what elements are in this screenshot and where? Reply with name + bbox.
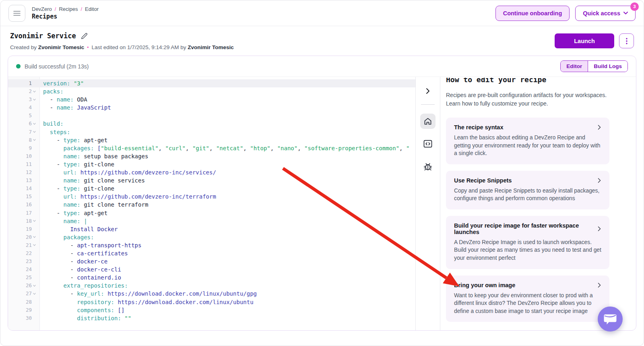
code-line[interactable]: 23 - docker-ce: [8, 257, 415, 265]
line-number: 17: [8, 209, 39, 217]
quick-access-button[interactable]: Quick access 3: [575, 6, 636, 21]
code-text: components: []: [39, 306, 415, 314]
help-card[interactable]: Use Recipe SnippetsCopy and paste Recipe…: [446, 171, 609, 209]
fold-toggle[interactable]: [32, 292, 37, 296]
tab-editor[interactable]: Editor: [561, 61, 588, 72]
code-line[interactable]: 9 packages: ["build-essential", "curl", …: [8, 144, 415, 152]
code-text: name: setup base packages: [39, 152, 415, 160]
launch-button[interactable]: Launch: [555, 33, 614, 48]
fold-toggle[interactable]: [32, 243, 37, 247]
code-line[interactable]: 6build:: [8, 120, 415, 128]
line-number: 11: [8, 160, 39, 168]
code-line[interactable]: 5: [8, 112, 415, 120]
help-panel: How to edit your recipe Recipes are pre-…: [440, 77, 636, 330]
line-number: 25: [8, 273, 39, 282]
code-line[interactable]: 8 - type: apt-get: [8, 136, 415, 144]
code-line[interactable]: 20 packages:: [8, 233, 415, 241]
continue-onboarding-button[interactable]: Continue onboarding: [495, 6, 570, 21]
breadcrumb-item[interactable]: Editor: [85, 6, 99, 12]
breadcrumb: DevZero/Recipes/Editor: [32, 6, 99, 12]
help-home-tab-button[interactable]: [420, 114, 436, 129]
code-line[interactable]: 26 extra_repositories:: [8, 282, 415, 290]
page-title: Recipes: [32, 13, 99, 20]
code-line[interactable]: 18 name: |: [8, 217, 415, 225]
collapse-panel-button[interactable]: [422, 85, 434, 97]
meta-dot-separator: •: [87, 45, 89, 50]
help-card[interactable]: Bring your own imageWant to keep your de…: [446, 276, 609, 322]
app-window: DevZero/Recipes/Editor Recipes Continue …: [0, 0, 644, 346]
editor-card: Build successful (2m 13s) Editor Build L…: [8, 56, 636, 331]
code-text: Install Docker: [39, 225, 415, 233]
code-line[interactable]: 3 - name: ODA: [8, 95, 415, 104]
code-line[interactable]: 15 url: https://github.com/devzero-inc/t…: [8, 193, 415, 201]
code-text: packages: ["build-essential", "curl", "g…: [39, 144, 415, 152]
line-number: 27: [8, 290, 39, 298]
code-line[interactable]: 16 name: git clone terraform: [8, 201, 415, 209]
help-card[interactable]: Build your recipe image for faster works…: [446, 216, 609, 269]
help-card-description: Copy and paste Recipe Snippets to easily…: [454, 187, 602, 203]
help-card-description: Learn the basics about editing a DevZero…: [454, 134, 602, 157]
code-line[interactable]: 27 - key_url: https://download.docker.co…: [8, 290, 415, 298]
code-line[interactable]: 14 - type: git-clone: [8, 184, 415, 193]
snippets-code-tab-button[interactable]: [420, 136, 436, 151]
chat-launcher[interactable]: [598, 307, 623, 331]
fold-toggle[interactable]: [32, 284, 37, 288]
code-line[interactable]: 24 - docker-ce-cli: [8, 265, 415, 273]
code-line[interactable]: 4 - name: JavaScript: [8, 104, 415, 112]
fold-chevron-icon: [33, 219, 36, 223]
breadcrumb-item[interactable]: Recipes: [59, 6, 78, 12]
tab-build-logs[interactable]: Build Logs: [588, 61, 627, 72]
fold-toggle[interactable]: [32, 98, 37, 102]
code-text: - type: apt-get: [39, 136, 415, 144]
line-number: 23: [8, 257, 39, 265]
code-line[interactable]: 10 name: setup base packages: [8, 152, 415, 160]
yaml-code-editor[interactable]: 1version: "3"2packs:3 - name: ODA4 - nam…: [8, 77, 415, 330]
code-text: distribution: "": [39, 314, 415, 322]
code-line[interactable]: 7 steps:: [8, 128, 415, 136]
kebab-menu-icon: [626, 38, 627, 44]
code-text: version: "3": [39, 79, 415, 87]
code-line[interactable]: 25 - containerd.io: [8, 273, 415, 282]
code-line[interactable]: 1version: "3": [8, 79, 415, 87]
code-text: name: git clone services: [39, 176, 415, 184]
code-line[interactable]: 17 - type: apt-get: [8, 209, 415, 217]
code-line[interactable]: 12 url: https://github.com/devzero-inc/s…: [8, 168, 415, 176]
hamburger-menu-button[interactable]: [8, 5, 25, 22]
fold-chevron-icon: [33, 138, 36, 142]
breadcrumb-item[interactable]: DevZero: [32, 6, 52, 12]
help-card-description: A DevZero Recipe Image is used to launch…: [454, 238, 602, 262]
code-line[interactable]: 13 name: git clone services: [8, 176, 415, 184]
more-options-button[interactable]: [619, 33, 634, 48]
edit-pencil-icon[interactable]: [81, 33, 88, 39]
code-line[interactable]: 29 components: []: [8, 306, 415, 314]
fold-toggle[interactable]: [32, 90, 37, 93]
code-line[interactable]: 22 - ca-certificates: [8, 249, 415, 257]
code-line[interactable]: 2packs:: [8, 87, 415, 95]
help-card[interactable]: The recipe syntaxLearn the basics about …: [446, 118, 609, 164]
code-line[interactable]: 21 - apt-transport-https: [8, 241, 415, 249]
fold-toggle[interactable]: [32, 130, 37, 134]
code-text: - type: git-clone: [39, 184, 415, 193]
fold-toggle[interactable]: [32, 235, 37, 239]
line-number: 5: [8, 112, 39, 120]
last-edited-timestamp: 1/7/2025, 9:14:29 AM: [127, 44, 179, 50]
fold-toggle[interactable]: [32, 219, 37, 223]
code-lines: 1version: "3"2packs:3 - name: ODA4 - nam…: [8, 79, 415, 322]
view-toggle: Editor Build Logs: [560, 60, 628, 72]
chevron-right-icon: [597, 282, 602, 288]
chevron-right-icon: [597, 226, 602, 232]
line-number: 13: [8, 176, 39, 184]
fold-toggle[interactable]: [32, 122, 37, 126]
line-number: 9: [8, 144, 39, 152]
code-line[interactable]: 30 distribution: "": [8, 314, 415, 322]
fold-toggle[interactable]: [32, 138, 37, 142]
debug-tab-button[interactable]: [420, 159, 436, 174]
line-number: 29: [8, 306, 39, 314]
code-line[interactable]: 11 - type: git-clone: [8, 160, 415, 168]
chevron-right-icon: [597, 124, 602, 130]
code-text: - type: git-clone: [39, 160, 415, 168]
code-line[interactable]: 19 Install Docker: [8, 225, 415, 233]
line-number: 2: [8, 87, 39, 95]
code-text: - containerd.io: [39, 273, 415, 282]
code-line[interactable]: 28 repository: https://download.docker.c…: [8, 298, 415, 306]
